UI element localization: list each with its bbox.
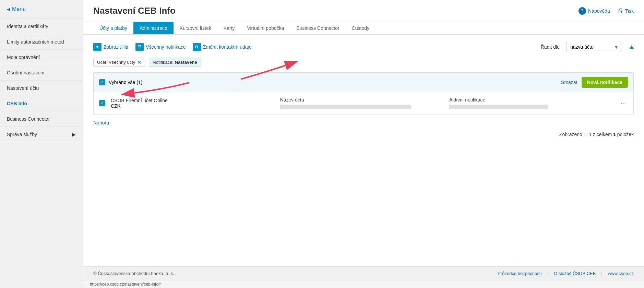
select-all-checkbox[interactable]: ✓ — [99, 79, 105, 85]
row-checkbox[interactable]: ✓ — [99, 100, 105, 106]
napoveda-button[interactable]: ? Nápověda — [579, 7, 610, 15]
active-notifications-placeholder — [449, 105, 548, 109]
page-header: Nastavení CEB Info ? Nápověda 🖨 Tisk — [83, 0, 644, 22]
tab-custody[interactable]: Custody — [346, 22, 375, 34]
chevron-right-icon: ▶ — [72, 132, 76, 137]
main-content: Nastavení CEB Info ? Nápověda 🖨 Tisk Účt… — [83, 0, 644, 288]
sort-wrapper: názvu účtučísla účtudata vytvoření ▼ — [567, 42, 621, 52]
footer-sep-2: | — [601, 271, 602, 276]
tab-administrace[interactable]: Administrace — [133, 22, 174, 34]
tab-business-connector[interactable]: Business Connector — [290, 22, 345, 34]
account-filter-tag: Účet: Všechny účty ✕ — [93, 58, 145, 67]
footer-links: Průvodce bezpečností | O službě ČSOB CEB… — [498, 271, 634, 276]
tab-kurzovni[interactable]: Kurzovní lístek — [174, 22, 217, 34]
tab-virtualni[interactable]: Virtuální pobočka — [241, 22, 290, 34]
url-bar: https://ceb.csob.cz/nastaveni/ceb-info# — [83, 280, 644, 288]
menu-button[interactable]: ◀ Menu — [0, 0, 83, 19]
notification-filter-tag: Notifikace: Nastavené — [149, 58, 201, 67]
account-col-nazev: Název účtu — [280, 97, 444, 109]
tabs-bar: Účty a platby Administrace Kurzovní líst… — [83, 22, 644, 35]
chevron-left-icon: ◀ — [7, 7, 10, 12]
account-filter-close[interactable]: ✕ — [137, 60, 142, 65]
content-area: ▼ Zobrazit filtr ☰ Všechny notifikace ⚙ … — [83, 35, 644, 266]
change-contact-button[interactable]: ⚙ Změnit kontaktní údaje — [193, 43, 252, 51]
selection-bar-left: ✓ Vybráno vše (1) — [99, 79, 142, 85]
sidebar-item-opravneni[interactable]: Moje oprávnění — [0, 50, 83, 65]
sidebar-item-identita[interactable]: Identita a certifikáty — [0, 19, 83, 34]
sidebar-item-sprava[interactable]: Správa služby ▶ — [0, 127, 83, 142]
sidebar-item-business-connector[interactable]: Business Connector — [0, 111, 83, 127]
toolbar: ▼ Zobrazit filtr ☰ Všechny notifikace ⚙ … — [93, 42, 634, 52]
page-title: Nastavení CEB Info — [93, 5, 176, 16]
tisk-button[interactable]: 🖨 Tisk — [617, 7, 634, 14]
nahoru-link[interactable]: Nahoru — [93, 115, 109, 128]
page-footer: © Československá obchodní banka, a. s. P… — [83, 266, 644, 280]
sidebar-item-ucty[interactable]: Nastavení účtů — [0, 81, 83, 96]
all-notifications-button[interactable]: ☰ Všechny notifikace — [135, 43, 186, 51]
filter-icon: ▼ — [93, 43, 102, 51]
tab-ucty[interactable]: Účty a platby — [93, 22, 133, 34]
selection-bar: ✓ Vybráno vše (1) Smazat Nová notifikace — [93, 72, 634, 92]
sidebar: ◀ Menu Identita a certifikáty Limity aut… — [0, 0, 83, 288]
smazat-button[interactable]: Smazat — [561, 80, 577, 85]
selection-count: Vybráno vše (1) — [109, 80, 142, 85]
account-col-aktivni: Aktivní notifikace — [449, 97, 613, 109]
gear-icon: ⚙ — [193, 43, 201, 51]
footer-sep-1: | — [547, 271, 548, 276]
tab-karty[interactable]: Karty — [217, 22, 241, 34]
footer-web-link[interactable]: www.csob.cz — [608, 271, 634, 276]
list-icon: ☰ — [135, 43, 144, 51]
question-icon: ? — [579, 7, 586, 15]
account-name: ČSOB Firemní účet Online CZK — [111, 98, 275, 109]
filter-button[interactable]: ▼ Zobrazit filtr — [93, 43, 129, 51]
sidebar-nav: Identita a certifikáty Limity autorizačn… — [0, 19, 83, 288]
sidebar-item-osobni[interactable]: Osobní nastavení — [0, 65, 83, 81]
footer-pruvodce-link[interactable]: Průvodce bezpečností — [498, 271, 542, 276]
sidebar-item-ceb-info[interactable]: CEB Info — [0, 96, 83, 111]
footer-copyright: © Československá obchodní banka, a. s. — [93, 271, 174, 276]
menu-label: Menu — [12, 6, 26, 12]
sort-select[interactable]: názvu účtučísla účtudata vytvoření — [567, 42, 621, 52]
sidebar-item-limity[interactable]: Limity autorizačních metod — [0, 34, 83, 50]
footer-sluzba-link[interactable]: O službě ČSOB CEB — [554, 271, 596, 276]
header-actions: ? Nápověda 🖨 Tisk — [579, 7, 634, 15]
account-name-placeholder — [280, 105, 411, 109]
pagination-info: Zobrazeno 1–1 z celkem 1 položek — [93, 128, 634, 141]
more-options-button[interactable]: ··· — [619, 100, 628, 107]
nova-notifikace-button[interactable]: Nová notifikace — [582, 77, 628, 88]
sort-label: Řadit dle — [541, 44, 560, 50]
selection-bar-right: Smazat Nová notifikace — [561, 77, 628, 88]
print-icon: 🖨 — [617, 7, 623, 14]
filter-tags: Účet: Všechny účty ✕ Notifikace: Nastave… — [93, 58, 634, 67]
account-row: ✓ ČSOB Firemní účet Online CZK Název účt… — [93, 92, 634, 115]
sort-direction-toggle[interactable] — [630, 45, 634, 49]
